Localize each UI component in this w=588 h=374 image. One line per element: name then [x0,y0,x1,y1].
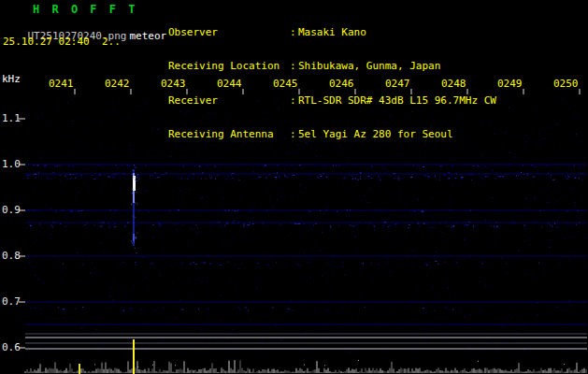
echo-level-spikes [79,339,135,374]
separator: : [290,129,298,140]
freq-tick-label: 0.7 [2,296,21,308]
freq-tick-label: 0.6 [2,342,21,353]
freq-tick-label: 0.9 [2,205,21,216]
separator: : [290,27,298,38]
info-value: Shibukawa, Gunma, Japan [298,61,440,72]
noise-level-trace [25,360,586,373]
freq-unit-label: kHz [2,74,21,85]
datetime-label: 25.10.27 02:40 2.. [3,36,121,48]
separator: : [290,61,298,72]
info-label: Receiver [168,95,290,107]
time-tick-label: 0246 [329,79,354,90]
mode-label: meteor [129,30,166,42]
time-tick-label: 0244 [217,79,242,90]
app-title: H R O F F T [33,4,137,15]
time-tick-label: 0249 [497,79,523,90]
noise-bands [25,165,587,311]
freq-tick-label: 1.1 [2,113,21,124]
meteor-echo-streak [131,165,138,253]
time-tick-label: 0245 [273,79,298,90]
info-value: Masaki Kano [298,27,366,38]
info-value: RTL-SDR SDR# 43dB L15 96.7MHz CW [298,95,496,107]
info-label: Receiving Location [168,61,290,72]
info-row-antenna: Receiving Antenna:5el Yagi Az 280 for Se… [168,129,496,140]
info-label: Observer [168,27,290,38]
noise-faint-lines [25,165,587,324]
hrofft-output: H R O F F T UT2510270240.pngmeteor 25.10… [0,0,588,374]
time-tick-label: 0247 [385,79,410,90]
time-tick-label: 0248 [441,79,466,90]
info-row-observer: Observer:Masaki Kano [168,27,496,38]
info-value: 5el Yagi Az 280 for Seoul [298,129,453,140]
info-label: Receiving Antenna [168,129,290,140]
info-row-location: Receiving Location:Shibukawa, Gunma, Jap… [168,61,496,72]
info-row-receiver: Receiver:RTL-SDR SDR# 43dB L15 96.7MHz C… [168,95,496,107]
separator: : [290,95,298,107]
time-tick-label: 0241 [49,79,74,90]
time-tick-label: 0250 [553,79,579,90]
time-tick-label: 0242 [105,79,130,90]
level-reference-lines [25,334,587,349]
freq-tick-label: 1.0 [2,159,21,170]
time-tick-label: 0243 [161,79,186,90]
freq-tick-label: 0.8 [2,251,21,262]
